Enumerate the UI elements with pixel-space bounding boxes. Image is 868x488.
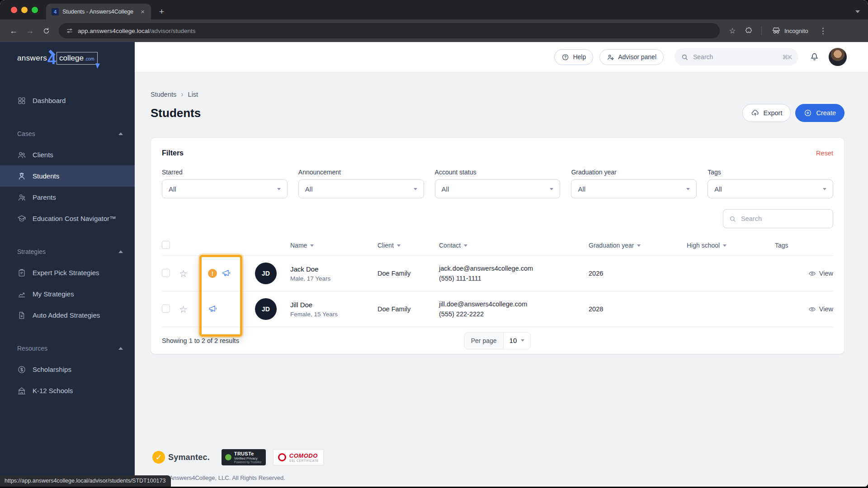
search-shortcut: ⌘K bbox=[782, 54, 792, 61]
plus-circle-icon bbox=[804, 109, 812, 117]
tab-strip: 4 Students - Answers4College × + bbox=[0, 0, 868, 19]
sidebar-item-my-strategies[interactable]: My Strategies bbox=[0, 283, 135, 305]
title-actions: Export Create bbox=[742, 104, 844, 122]
column-label: Graduation year bbox=[589, 242, 634, 249]
table-search[interactable] bbox=[723, 209, 833, 228]
clipboard-icon bbox=[17, 268, 26, 277]
truste-seal[interactable]: TRUSTe Verified Privacy Powered by Trust… bbox=[222, 449, 266, 465]
advisor-panel-label: Advisor panel bbox=[618, 53, 656, 61]
client-cell: Doe Family bbox=[377, 305, 439, 313]
sidebar-item-k12-schools[interactable]: K-12 Schools bbox=[0, 380, 135, 401]
column-header-name[interactable]: Name bbox=[290, 242, 377, 249]
tab-title: Students - Answers4College bbox=[62, 9, 135, 15]
sidebar-item-scholarships[interactable]: Scholarships bbox=[0, 359, 135, 380]
client-name: Doe Family bbox=[377, 305, 410, 313]
forward-button[interactable]: → bbox=[23, 23, 37, 38]
create-button[interactable]: Create bbox=[795, 104, 844, 122]
truste-line3: Powered by TrustArc bbox=[234, 460, 261, 464]
column-header-client[interactable]: Client bbox=[377, 242, 439, 249]
announcement-filter-select[interactable]: All bbox=[298, 179, 424, 198]
reset-filters-link[interactable]: Reset bbox=[816, 150, 833, 157]
graduation-year-filter-select[interactable]: All bbox=[571, 179, 697, 198]
zoom-window-button[interactable] bbox=[32, 7, 38, 13]
back-button[interactable]: ← bbox=[6, 23, 21, 38]
filter-label: Tags bbox=[708, 169, 833, 176]
chevron-down-icon bbox=[277, 188, 281, 190]
help-button[interactable]: Help bbox=[554, 49, 593, 65]
per-page-value: 10 bbox=[509, 337, 517, 344]
per-page-select[interactable]: 10 bbox=[504, 333, 531, 349]
sidebar-item-expert-pick-strategies[interactable]: Expert Pick Strategies bbox=[0, 262, 135, 283]
chevron-down-icon bbox=[823, 188, 826, 190]
sidebar-item-label: Clients bbox=[33, 151, 53, 159]
client-name: Doe Family bbox=[377, 270, 410, 277]
client-cell: Doe Family bbox=[377, 270, 439, 277]
filter-grid: Starred All Announcement All bbox=[162, 169, 833, 198]
student-phone: (555) 111-1111 bbox=[439, 275, 589, 282]
row-checkbox[interactable] bbox=[162, 269, 170, 277]
user-avatar[interactable] bbox=[829, 48, 847, 66]
advisor-panel-button[interactable]: Advisor panel bbox=[599, 49, 664, 65]
row-checkbox[interactable] bbox=[162, 305, 170, 313]
main-column: Help Advisor panel ⌘K Student bbox=[135, 42, 868, 487]
search-icon bbox=[681, 53, 689, 61]
column-header-tags: Tags bbox=[775, 242, 806, 249]
column-label: Contact bbox=[439, 242, 461, 249]
student-email: jill.doe@answers4college.com bbox=[439, 300, 589, 308]
sidebar-item-auto-added-strategies[interactable]: Auto Added Strategies bbox=[0, 305, 135, 326]
filter-label: Account status bbox=[435, 169, 561, 176]
tab-close-icon[interactable]: × bbox=[139, 7, 146, 16]
sidebar-item-students[interactable]: Students bbox=[0, 165, 135, 187]
view-button[interactable]: View bbox=[808, 270, 833, 277]
account-status-filter-select[interactable]: All bbox=[435, 179, 561, 198]
reload-button[interactable] bbox=[39, 23, 53, 38]
symantec-seal[interactable]: ✓ Symantec. bbox=[151, 449, 214, 465]
sidebar-item-clients[interactable]: Clients bbox=[0, 144, 135, 165]
sidebar-section-resources[interactable]: Resources bbox=[0, 338, 135, 359]
global-search[interactable]: ⌘K bbox=[675, 48, 798, 66]
per-page-label: Per page bbox=[465, 333, 504, 349]
global-search-input[interactable] bbox=[693, 53, 778, 61]
column-header-high-school[interactable]: High school bbox=[687, 242, 775, 249]
view-button[interactable]: View bbox=[808, 305, 833, 313]
tags-filter-select[interactable]: All bbox=[708, 179, 833, 198]
app-logo[interactable]: answers 4 college .com bbox=[0, 42, 135, 75]
sidebar-item-parents[interactable]: Parents bbox=[0, 187, 135, 208]
url-bar[interactable]: app.answers4college.local/advisor/studen… bbox=[59, 23, 720, 38]
browser-tab[interactable]: 4 Students - Answers4College × bbox=[46, 4, 151, 19]
column-header-graduation-year[interactable]: Graduation year bbox=[589, 242, 687, 249]
section-label: Cases bbox=[17, 130, 35, 137]
sidebar-section-cases[interactable]: Cases bbox=[0, 123, 135, 144]
app-header: Help Advisor panel ⌘K bbox=[135, 42, 868, 72]
star-icon[interactable]: ☆ bbox=[179, 304, 188, 314]
filter-graduation-year: Graduation year All bbox=[571, 169, 697, 198]
sidebar-item-education-cost-navigator[interactable]: Education Cost Navigator™ bbox=[0, 208, 135, 229]
select-all-checkbox[interactable] bbox=[162, 241, 170, 249]
url-text: app.answers4college.local/advisor/studen… bbox=[78, 28, 195, 34]
sidebar-item-label: Parents bbox=[33, 193, 56, 201]
minimize-window-button[interactable] bbox=[21, 7, 28, 13]
sidebar-section-strategies[interactable]: Strategies bbox=[0, 241, 135, 262]
new-tab-button[interactable]: + bbox=[156, 7, 168, 17]
notifications-bell-icon[interactable] bbox=[809, 51, 820, 63]
star-icon[interactable]: ☆ bbox=[179, 268, 188, 279]
close-window-button[interactable] bbox=[11, 7, 17, 13]
breadcrumb-students[interactable]: Students bbox=[151, 91, 176, 98]
comodo-seal[interactable]: COMODO SSL CERTIFICATE bbox=[273, 449, 324, 465]
column-header-contact[interactable]: Contact bbox=[439, 242, 589, 249]
bookmark-star-icon[interactable]: ☆ bbox=[725, 23, 740, 38]
symantec-check-icon: ✓ bbox=[152, 451, 165, 464]
browser-menu-icon[interactable]: ⋮ bbox=[815, 26, 830, 36]
table-search-input[interactable] bbox=[741, 215, 827, 222]
tab-search-icon[interactable] bbox=[855, 10, 860, 13]
name-cell: Jack Doe Male, 17 Years bbox=[290, 265, 377, 282]
view-label: View bbox=[819, 305, 833, 313]
extensions-icon[interactable] bbox=[741, 23, 756, 38]
sidebar-item-dashboard[interactable]: Dashboard bbox=[0, 90, 135, 111]
name-cell: Jill Doe Female, 15 Years bbox=[290, 301, 377, 318]
dollar-icon bbox=[17, 365, 26, 374]
starred-filter-select[interactable]: All bbox=[162, 179, 288, 198]
filter-account-status: Account status All bbox=[435, 169, 561, 198]
export-button[interactable]: Export bbox=[742, 104, 791, 122]
announcement-megaphone-icon bbox=[222, 268, 231, 279]
